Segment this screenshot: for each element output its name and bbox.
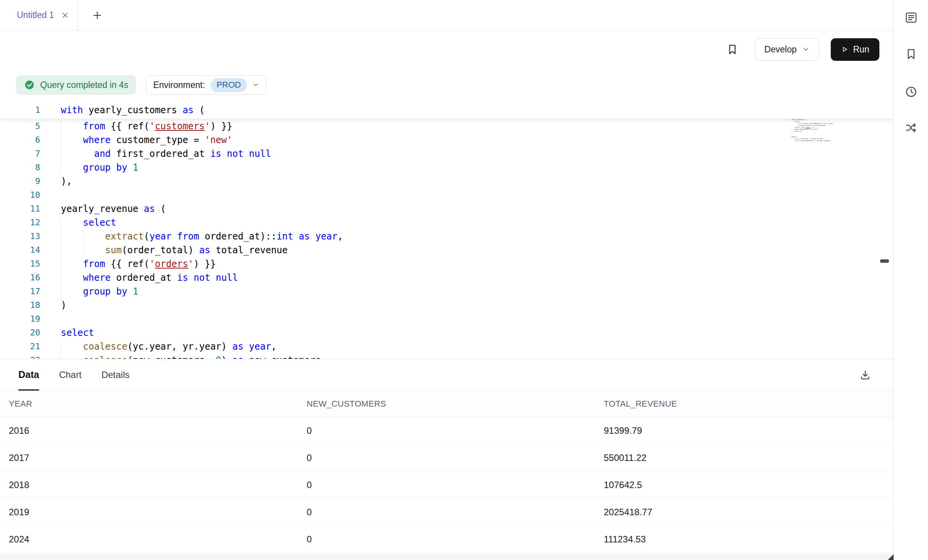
code-line[interactable]: 20select: [0, 326, 894, 340]
code-text[interactable]: yearly_revenue as (: [61, 202, 166, 216]
table-row[interactable]: 20170550011.22: [0, 444, 894, 472]
code-line[interactable]: 22 coalesce(new_customers, 0) as new_cus…: [0, 353, 894, 359]
code-text[interactable]: group by 1: [61, 285, 138, 298]
code-text[interactable]: select: [61, 216, 116, 230]
sticky-scroll-line[interactable]: 1with yearly_customers as (: [0, 102, 894, 119]
line-number: 13: [0, 230, 40, 243]
resize-corner-icon: [888, 554, 894, 560]
line-number: 6: [0, 133, 40, 147]
table-cell: 2025418.77: [604, 507, 894, 518]
line-number: 16: [0, 271, 40, 285]
column-header-new-customers: NEW_CUSTOMERS: [307, 399, 604, 409]
code-line[interactable]: 16 where ordered_at is not null: [0, 271, 894, 285]
tab-data-label: Data: [18, 369, 39, 380]
query-status-pill: Query completed in 4s: [16, 75, 136, 95]
table-row[interactable]: 201902025418.77: [0, 499, 894, 526]
code-text[interactable]: where customer_type = 'new': [61, 133, 232, 147]
code-line[interactable]: 19: [0, 312, 894, 326]
indent-guide: [61, 230, 61, 243]
code-text[interactable]: where ordered_at is not null: [61, 271, 238, 285]
code-line[interactable]: 14 sum(order_total) as total_revenue: [0, 243, 894, 257]
results-panel: Data Chart Details YEAR NEW_CUSTOMERS TO…: [0, 359, 894, 560]
table-body: 2016091399.7920170550011.2220180107642.5…: [0, 417, 894, 553]
table-cell: 2016: [9, 425, 307, 436]
bookmarks-icon[interactable]: [900, 43, 922, 65]
code-lines: 5 from {{ ref('customers') }}6 where cus…: [0, 119, 894, 359]
tab-details[interactable]: Details: [101, 359, 129, 390]
indent-guide: [61, 340, 61, 353]
line-number: 1: [0, 102, 40, 119]
code-text[interactable]: and first_ordered_at is not null: [61, 147, 271, 161]
code-line[interactable]: 18): [0, 298, 894, 312]
bookmark-icon[interactable]: [726, 43, 739, 56]
close-tab-icon[interactable]: [61, 11, 69, 20]
code-line[interactable]: 8 group by 1: [0, 161, 894, 174]
table-cell: 0: [307, 453, 604, 463]
code-text[interactable]: coalesce(new_customers, 0) as new_custom…: [61, 353, 327, 359]
new-tab-button[interactable]: [78, 0, 117, 30]
code-text[interactable]: extract(year from ordered_at)::int as ye…: [61, 230, 343, 243]
indent-guide: [83, 243, 83, 257]
indent-guide: [61, 133, 61, 147]
run-button[interactable]: Run: [831, 38, 879, 61]
code-line[interactable]: 21 coalesce(yc.year, yr.year) as year,: [0, 340, 894, 353]
compiled-code-icon[interactable]: [900, 7, 922, 28]
chevron-down-icon: [802, 46, 810, 53]
table-cell: 107642.5: [604, 480, 894, 490]
play-icon: [841, 46, 848, 53]
table-row[interactable]: 20180107642.5: [0, 472, 894, 499]
code-editor[interactable]: 1with yearly_customers as ( 5 from {{ re…: [0, 102, 894, 359]
code-line[interactable]: 15 from {{ ref('orders') }}: [0, 257, 894, 271]
indent-guide: [61, 257, 61, 271]
code-line[interactable]: 9),: [0, 174, 894, 188]
run-label: Run: [853, 44, 869, 55]
table-row[interactable]: 2016091399.79: [0, 417, 894, 444]
environment-selector[interactable]: Environment: PROD: [146, 75, 266, 95]
code-text[interactable]: with yearly_customers as (: [61, 102, 205, 119]
table-row[interactable]: 20240111234.53: [0, 526, 894, 553]
code-line[interactable]: 17 group by 1: [0, 285, 894, 298]
table-cell: 91399.79: [604, 425, 894, 436]
plus-icon: [91, 10, 103, 21]
indent-guide: [61, 161, 61, 174]
tab-chart[interactable]: Chart: [59, 359, 82, 390]
develop-dropdown[interactable]: Develop: [755, 38, 819, 61]
code-text[interactable]: ): [61, 298, 66, 312]
code-line[interactable]: 11yearly_revenue as (: [0, 202, 894, 216]
history-icon[interactable]: [900, 81, 922, 103]
code-text[interactable]: from {{ ref('orders') }}: [61, 257, 216, 271]
code-line[interactable]: 13 extract(year from ordered_at)::int as…: [0, 230, 894, 243]
table-cell: 0: [307, 507, 604, 518]
line-number: 14: [0, 243, 40, 257]
code-text[interactable]: ),: [61, 174, 72, 188]
tab-data[interactable]: Data: [18, 359, 39, 390]
line-number: 8: [0, 161, 40, 174]
line-number: 10: [0, 188, 40, 202]
code-text[interactable]: select: [61, 326, 94, 340]
code-line[interactable]: 5 from {{ ref('customers') }}: [0, 119, 894, 133]
code-line[interactable]: 6 where customer_type = 'new': [0, 133, 894, 147]
code-text[interactable]: sum(order_total) as total_revenue: [61, 243, 288, 257]
code-line[interactable]: 12 select: [0, 216, 894, 230]
table-cell: 0: [307, 480, 604, 490]
table-cell: 2018: [9, 480, 307, 490]
table-header-row: YEAR NEW_CUSTOMERS TOTAL_REVENUE: [0, 391, 894, 417]
indent-guide: [61, 119, 61, 133]
environment-label: Environment:: [153, 80, 205, 90]
editor-scrollbar-thumb[interactable]: [880, 259, 889, 263]
indent-guide: [61, 243, 61, 257]
app-window: Untitled 1 Develop: [0, 0, 928, 560]
horizontal-scrollbar[interactable]: [0, 555, 894, 560]
code-line[interactable]: 10: [0, 188, 894, 202]
right-icon-rail: [894, 0, 928, 560]
tab-label: Untitled 1: [17, 10, 54, 20]
download-icon[interactable]: [859, 359, 871, 390]
lineage-icon[interactable]: [900, 117, 922, 138]
tab-untitled-1[interactable]: Untitled 1: [0, 0, 78, 30]
code-text[interactable]: from {{ ref('customers') }}: [61, 119, 232, 133]
code-line[interactable]: 1with yearly_customers as (: [0, 102, 894, 119]
code-line[interactable]: 7 and first_ordered_at is not null: [0, 147, 894, 161]
toolbar: Develop Run: [0, 31, 894, 68]
code-text[interactable]: group by 1: [61, 161, 138, 174]
code-text[interactable]: coalesce(yc.year, yr.year) as year,: [61, 340, 277, 353]
